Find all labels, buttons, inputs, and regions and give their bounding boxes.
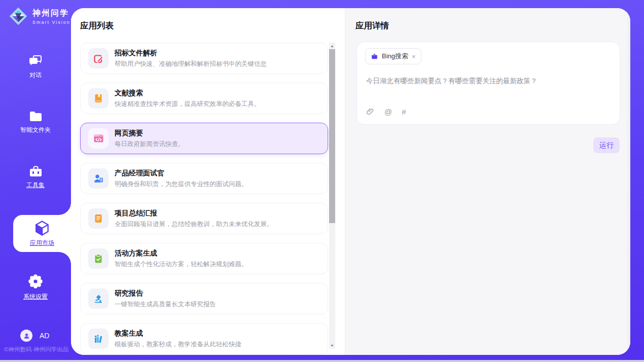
app-item-title: 研究报告	[115, 289, 216, 298]
sidebar-nav-item[interactable]: 工具集	[0, 165, 71, 190]
logo-title: 神州问学	[32, 8, 70, 19]
interviewer-icon	[88, 168, 109, 189]
sidebar-nav-label: 工具集	[0, 181, 71, 190]
tool-tag-bing-search[interactable]: Bing搜索 ×	[365, 48, 421, 64]
sidebar-nav-item[interactable]: 应用市场	[13, 215, 71, 252]
app-list-item[interactable]: 产品经理面试官 明确身份和职责，为您提供专业性的面试问题。	[80, 163, 328, 194]
app-list-item[interactable]: 招标文件解析 帮助用户快速、准确地理解和解析招标书中的关键信息	[80, 43, 328, 74]
app-list-item[interactable]: 活动方案生成 智能生成个性化活动方案，轻松解决规划难题。	[80, 243, 328, 274]
books-icon	[88, 329, 109, 349]
tool-tag-close-icon[interactable]: ×	[412, 53, 416, 60]
run-button[interactable]: 运行	[593, 137, 620, 153]
app-list-item[interactable]: 文献搜索 快速精准查找学术资源，提高研究效率的必备工具。	[80, 83, 328, 114]
gear-icon	[0, 274, 71, 289]
sidebar-nav-item[interactable]: 智能文件夹	[0, 111, 71, 134]
app-detail-panel: 应用详情 Bing搜索 × 今日湖北有哪些新闻要点？有哪些需要关注的最新政策？ …	[345, 8, 630, 355]
app-item-description: 一键智能生成高质量长文本研究报告	[115, 300, 216, 309]
app-item-description: 每日政府新闻资讯快查。	[115, 140, 185, 149]
logo-diamond-icon	[8, 6, 28, 26]
scrollbar-thumb[interactable]	[329, 49, 335, 223]
clipboard-check-icon	[88, 248, 109, 269]
app-item-title: 文献搜索	[115, 89, 261, 98]
sidebar-nav-label: 应用市场	[13, 239, 71, 247]
doc-edit-icon	[88, 48, 109, 68]
user-profile[interactable]: AD	[20, 330, 49, 342]
app-item-description: 模板驱动，教案秒成，教学准备从此轻松快捷	[115, 340, 241, 349]
toolbox-icon	[0, 165, 71, 177]
sidebar-nav-item[interactable]: 对话	[0, 55, 71, 80]
user-name: AD	[40, 332, 49, 340]
app-item-description: 智能生成个性化活动方案，轻松解决规划难题。	[115, 260, 248, 269]
at-icon[interactable]: @	[384, 107, 392, 116]
app-logo: 神州问学 Smart Vision	[8, 6, 70, 26]
app-list-item[interactable]: 教案生成 模板驱动，教案秒成，教学准备从此轻松快捷	[80, 323, 328, 354]
cube-icon	[13, 219, 71, 237]
research-icon	[88, 288, 109, 309]
app-card-list: 招标文件解析 帮助用户快速、准确地理解和解析招标书中的关键信息 文献搜索 快速精…	[80, 43, 328, 355]
folder-icon	[0, 111, 71, 122]
copyright-text: ©神州数码·神州问学出品	[4, 346, 68, 353]
prompt-input[interactable]: 今日湖北有哪些新闻要点？有哪些需要关注的最新政策？	[366, 77, 610, 86]
selected-tab-curve-bottom	[59, 252, 71, 264]
tool-tag-label: Bing搜索	[382, 52, 408, 61]
user-avatar[interactable]	[20, 330, 32, 342]
app-item-description: 明确身份和职责，为您提供专业性的面试问题。	[115, 180, 248, 189]
book-icon	[88, 88, 109, 108]
sidebar-nav-item[interactable]: 系统设置	[0, 274, 71, 301]
chat-icon	[0, 55, 71, 67]
window-bottom-edge	[0, 360, 644, 362]
app-detail-title: 应用详情	[355, 20, 389, 31]
paperclip-icon[interactable]	[366, 107, 375, 116]
app-item-title: 项目总结汇报	[115, 209, 273, 218]
scroll-up-icon[interactable]: ▲	[329, 43, 335, 49]
app-item-description: 全面回顾项目进展，总结经验教训，助力未来优化发展。	[115, 220, 273, 229]
app-item-description: 快速精准查找学术资源，提高研究效率的必备工具。	[115, 100, 261, 108]
app-list-item[interactable]: 项目总结汇报 全面回顾项目进展，总结经验教训，助力未来优化发展。	[80, 203, 328, 234]
app-list-item[interactable]: 研究报告 一键智能生成高质量长文本研究报告	[80, 283, 328, 314]
selected-tab-curve-top	[59, 203, 71, 215]
sidebar-nav-label: 对话	[0, 71, 71, 80]
browser-code-icon	[88, 128, 109, 149]
app-item-title: 网页摘要	[115, 129, 185, 138]
scrollbar[interactable]: ▲ ▼	[329, 43, 335, 349]
app-item-title: 活动方案生成	[115, 249, 248, 258]
prompt-card: Bing搜索 × 今日湖北有哪些新闻要点？有哪些需要关注的最新政策？ @ #	[356, 42, 620, 125]
logo-subtitle: Smart Vision	[32, 20, 70, 25]
scroll-down-icon[interactable]: ▼	[329, 342, 335, 349]
app-item-description: 帮助用户快速、准确地理解和解析招标书中的关键信息	[115, 60, 267, 68]
app-item-title: 产品经理面试官	[115, 169, 248, 178]
briefcase-icon	[371, 53, 378, 60]
prompt-toolbar: @ #	[366, 107, 406, 116]
sidebar-nav-label: 智能文件夹	[0, 126, 71, 134]
hash-icon[interactable]: #	[402, 107, 406, 116]
report-doc-icon	[88, 208, 109, 229]
app-list-panel: 应用列表 招标文件解析 帮助用户快速、准确地理解和解析招标书中的关键信息 文献搜…	[71, 8, 345, 355]
app-item-title: 教案生成	[115, 329, 241, 338]
main-content: 应用列表 招标文件解析 帮助用户快速、准确地理解和解析招标书中的关键信息 文献搜…	[71, 8, 630, 355]
sidebar: 神州问学 Smart Vision 对话 智能文件夹 工具集 应用市场 系统设置…	[0, 0, 71, 360]
app-item-title: 招标文件解析	[115, 49, 267, 58]
sidebar-nav-label: 系统设置	[0, 293, 71, 301]
app-list-item[interactable]: 网页摘要 每日政府新闻资讯快查。	[80, 123, 328, 154]
app-list-title: 应用列表	[80, 20, 114, 31]
